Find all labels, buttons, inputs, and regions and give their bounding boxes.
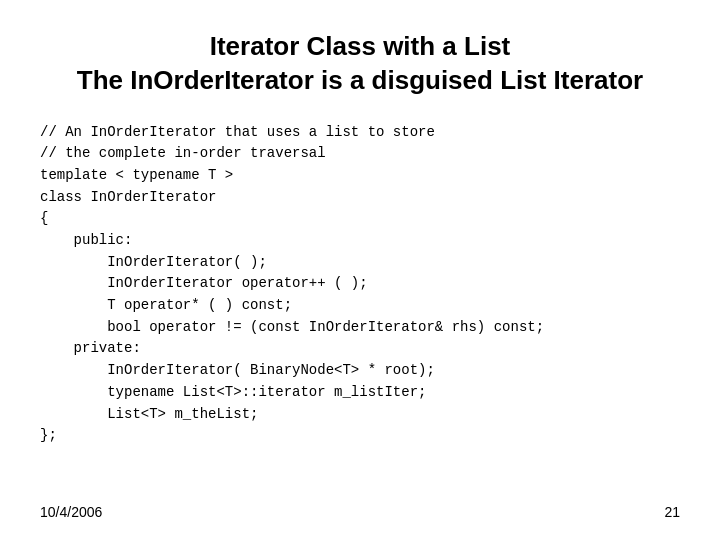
code-line: template < typename T > — [40, 165, 680, 187]
title-line1: Iterator Class with a List — [40, 30, 680, 64]
code-line: }; — [40, 425, 680, 447]
code-line: // An InOrderIterator that uses a list t… — [40, 122, 680, 144]
footer-page: 21 — [664, 504, 680, 520]
code-line: InOrderIterator( BinaryNode<T> * root); — [40, 360, 680, 382]
code-line: List<T> m_theList; — [40, 404, 680, 426]
footer-date: 10/4/2006 — [40, 504, 102, 520]
code-line: InOrderIterator operator++ ( ); — [40, 273, 680, 295]
title-area: Iterator Class with a List The InOrderIt… — [40, 30, 680, 98]
code-line: private: — [40, 338, 680, 360]
slide: Iterator Class with a List The InOrderIt… — [0, 0, 720, 540]
code-line: T operator* ( ) const; — [40, 295, 680, 317]
footer: 10/4/2006 21 — [40, 498, 680, 520]
code-line: InOrderIterator( ); — [40, 252, 680, 274]
title-line2: The InOrderIterator is a disguised List … — [40, 64, 680, 98]
code-line: class InOrderIterator — [40, 187, 680, 209]
code-line: typename List<T>::iterator m_listIter; — [40, 382, 680, 404]
code-block: // An InOrderIterator that uses a list t… — [40, 122, 680, 488]
code-line: { — [40, 208, 680, 230]
code-line: public: — [40, 230, 680, 252]
code-line: // the complete in-order traversal — [40, 143, 680, 165]
code-line: bool operator != (const InOrderIterator&… — [40, 317, 680, 339]
